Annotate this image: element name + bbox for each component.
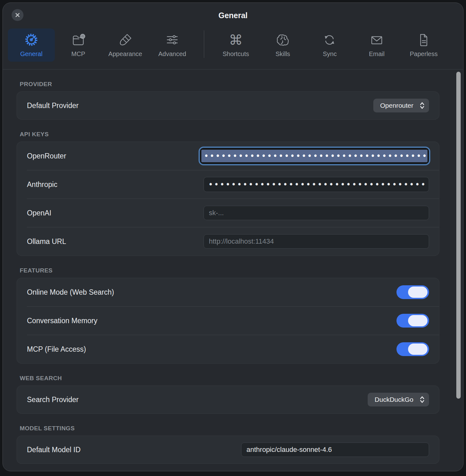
openai-key-label: OpenAI [27,209,51,217]
page-title: General [3,11,463,20]
tab-skills[interactable]: Skills [259,28,306,62]
search-provider-label: Search Provider [27,396,79,404]
openai-key-row: OpenAI [17,199,439,227]
default-provider-value: Openrouter [380,102,413,109]
section-header-api-keys: API KEYS [20,131,439,138]
window-chrome: General General [3,3,463,70]
tab-general-label: General [20,50,42,58]
openrouter-key-label: OpenRouter [27,152,66,160]
section-header-web-search: WEB SEARCH [20,375,439,382]
openai-key-input[interactable] [204,206,429,220]
openrouter-key-input[interactable]: ••••••••••••••••••••••••••••••••••••••••… [200,148,429,164]
tab-appearance-label: Appearance [108,50,142,58]
toggle-knob [408,344,427,355]
tab-mcp-label: MCP [71,50,85,58]
conversation-memory-label: Conversation Memory [27,317,97,325]
toggle-knob [408,315,427,326]
tab-shortcuts[interactable]: ⌘ Shortcuts [212,28,259,62]
ollama-url-input[interactable] [204,234,429,249]
tab-paperless-label: Paperless [410,50,438,58]
api-keys-card: OpenRouter •••••••••••••••••••••••••••••… [17,142,439,256]
section-header-features: FEATURES [20,267,439,274]
ollama-url-row: Ollama URL [17,227,439,256]
envelope-icon [369,33,384,48]
gear-icon [24,33,39,48]
anthropic-key-input[interactable] [204,177,429,192]
toolbar-divider [204,30,204,58]
section-header-model-settings: MODEL SETTINGS [20,425,439,432]
anthropic-key-row: Anthropic [17,170,439,199]
features-card: Online Mode (Web Search) Conversation Me… [17,278,439,364]
default-model-label: Default Model ID [27,446,80,454]
command-icon: ⌘ [228,33,243,48]
sync-arrows-icon [322,33,337,48]
tab-paperless[interactable]: Paperless [400,28,447,62]
mcp-file-access-toggle[interactable] [396,342,429,356]
brain-icon [275,33,290,48]
folder-gear-icon [71,33,86,48]
tab-advanced[interactable]: Advanced [149,28,196,62]
online-mode-row: Online Mode (Web Search) [17,278,439,306]
default-provider-row: Default Provider Openrouter [17,92,439,119]
settings-content: PROVIDER Default Provider Openrouter API… [3,81,463,464]
mcp-file-access-row: MCP (File Access) [17,335,439,363]
tab-email[interactable]: Email [353,28,400,62]
web-search-card: Search Provider DuckDuckGo [17,385,439,414]
paintbrush-icon [118,33,133,48]
settings-window: General General [3,3,463,471]
tab-sync-label: Sync [323,50,337,58]
tab-appearance[interactable]: Appearance [102,28,149,62]
search-provider-row: Search Provider DuckDuckGo [17,386,439,413]
provider-card: Default Provider Openrouter [17,91,439,120]
model-settings-card: Default Model ID [17,436,439,464]
chevron-up-down-icon [420,396,425,403]
default-provider-label: Default Provider [27,101,79,110]
tab-mcp[interactable]: MCP [55,28,102,62]
openrouter-key-row: OpenRouter •••••••••••••••••••••••••••••… [17,142,439,170]
search-provider-select[interactable]: DuckDuckGo [368,393,429,406]
conversation-memory-row: Conversation Memory [17,307,439,335]
document-icon [416,33,431,48]
tab-advanced-label: Advanced [158,50,186,58]
vertical-scrollbar[interactable] [456,72,461,399]
ollama-url-label: Ollama URL [27,237,66,246]
titlebar: General [3,3,463,26]
online-mode-label: Online Mode (Web Search) [27,288,114,297]
section-header-provider: PROVIDER [20,81,439,88]
search-provider-value: DuckDuckGo [375,396,413,403]
conversation-memory-toggle[interactable] [396,314,429,328]
chevron-up-down-icon [420,102,425,109]
default-model-input[interactable] [241,442,429,457]
toolbar: General MCP [3,26,463,61]
toggle-knob [408,287,427,298]
tab-skills-label: Skills [276,50,290,58]
openrouter-key-selection: ••••••••••••••••••••••••••••••••••••••••… [201,150,427,162]
tab-general[interactable]: General [8,28,55,62]
default-provider-select[interactable]: Openrouter [373,99,429,112]
tab-email-label: Email [369,50,385,58]
anthropic-key-label: Anthropic [27,180,57,189]
default-model-row: Default Model ID [17,436,439,463]
tab-sync[interactable]: Sync [306,28,353,62]
mcp-file-access-label: MCP (File Access) [27,345,86,354]
online-mode-toggle[interactable] [396,285,429,299]
tab-shortcuts-label: Shortcuts [223,50,249,58]
sliders-icon [165,33,180,48]
